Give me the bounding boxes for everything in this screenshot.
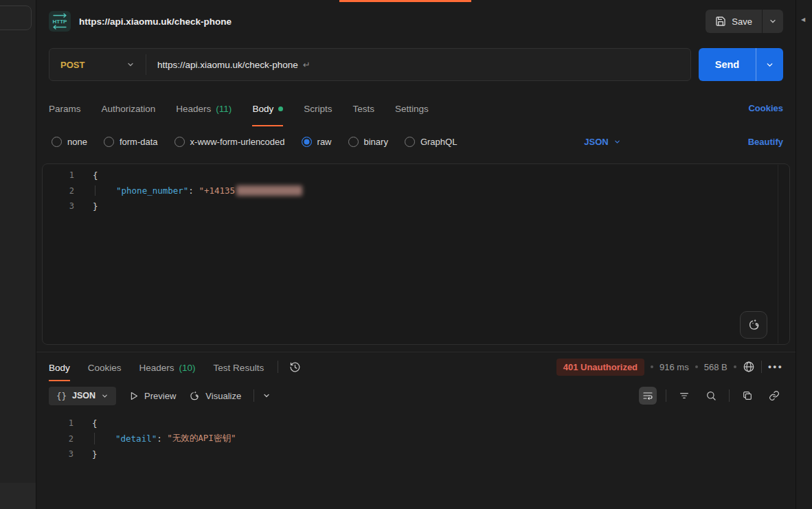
meta-dot — [734, 365, 736, 368]
left-sidebar-sliver — [0, 0, 36, 509]
send-options-button[interactable] — [756, 48, 783, 81]
redacted-phone-blur — [236, 185, 302, 196]
response-tab-cookies[interactable]: Cookies — [88, 352, 122, 381]
editor-scrollbar-gutter[interactable] — [778, 165, 778, 343]
request-tabs: Params Authorization Headers (11) Body S… — [36, 89, 796, 126]
chevron-down-icon — [765, 60, 774, 69]
response-meta: 401 Unauthorized 916 ms 568 B ●●● — [556, 352, 783, 381]
line-number: 2 — [42, 434, 74, 444]
raw-language-selector[interactable]: JSON — [584, 137, 620, 147]
word-wrap-button[interactable] — [639, 387, 657, 405]
copy-icon[interactable] — [738, 387, 756, 405]
response-tab-headers[interactable]: Headers (10) — [139, 352, 196, 381]
radio-circle — [174, 137, 185, 147]
send-split-button: Send — [699, 48, 783, 81]
tab-body[interactable]: Body — [252, 89, 283, 126]
beautify-link[interactable]: Beautify — [748, 137, 783, 147]
play-icon — [128, 391, 139, 401]
line-number: 1 — [43, 170, 74, 180]
response-history-icon[interactable] — [289, 361, 301, 373]
json-key: "phone_number" — [116, 185, 188, 196]
meta-dot — [651, 365, 653, 368]
http-method-icon: HTTP — [49, 11, 71, 32]
braces-icon: {} — [56, 391, 67, 401]
filter-icon[interactable] — [675, 387, 693, 405]
response-headers-count: (10) — [179, 363, 196, 373]
divider — [729, 389, 730, 402]
ai-visualize-fab[interactable] — [740, 311, 767, 339]
tab-params[interactable]: Params — [49, 89, 81, 126]
save-label: Save — [732, 16, 752, 27]
line-number: 3 — [43, 201, 74, 211]
preview-button[interactable]: Preview — [128, 391, 176, 401]
tab-scripts[interactable]: Scripts — [304, 89, 332, 126]
tab-settings[interactable]: Settings — [395, 89, 429, 126]
radio-none[interactable]: none — [52, 137, 87, 147]
sparkle-circle-icon — [188, 390, 200, 402]
body-modified-dot — [278, 106, 283, 111]
response-body-editor[interactable]: 1 { 2 "detail": "无效的API密钥" 3 } — [42, 410, 796, 509]
collapse-panel-icon[interactable]: ◀ — [801, 16, 805, 23]
code-line: 2 "detail": "无效的API密钥" — [42, 431, 796, 447]
right-sidebar-rail: ◀ — [796, 0, 812, 509]
save-split-button: Save — [706, 10, 783, 33]
status-badge[interactable]: 401 Unauthorized — [556, 359, 644, 376]
indent-guide — [95, 185, 116, 196]
radio-raw[interactable]: raw — [302, 137, 332, 147]
response-tab-body[interactable]: Body — [49, 352, 70, 381]
method-selector[interactable]: POST — [49, 60, 146, 70]
visualize-button[interactable]: Visualize — [188, 390, 241, 402]
divider — [278, 361, 278, 373]
headers-count: (11) — [216, 104, 232, 114]
tab-headers[interactable]: Headers (11) — [176, 89, 232, 126]
radio-circle — [52, 137, 62, 147]
response-editor-tools — [639, 387, 783, 405]
response-toolbar: {} JSON Preview Visualize — [36, 381, 796, 410]
word-wrap-icon — [642, 390, 653, 401]
line-number: 3 — [42, 449, 74, 459]
divider — [761, 361, 762, 373]
link-icon[interactable] — [765, 387, 783, 405]
enter-key-glyph: ↵ — [303, 60, 311, 70]
active-request-tab-indicator — [339, 0, 471, 2]
radio-circle — [104, 137, 114, 147]
save-button[interactable]: Save — [706, 10, 762, 33]
sidebar-collapsed-item[interactable] — [0, 5, 32, 30]
response-time[interactable]: 916 ms — [659, 362, 689, 372]
response-size[interactable]: 568 B — [704, 362, 728, 372]
meta-dot — [695, 365, 698, 368]
chevron-down-icon — [101, 392, 109, 400]
request-title: https://api.xiaomu.uk/check-phone — [79, 16, 232, 27]
request-body-editor[interactable]: 1 { 2 "phone_number": "+14135 3 } — [42, 163, 790, 345]
code-line: 3 } — [43, 199, 789, 214]
cookies-link[interactable]: Cookies — [748, 103, 783, 113]
json-key: "detail" — [115, 433, 157, 444]
response-tab-test-results[interactable]: Test Results — [214, 352, 264, 381]
network-globe-icon[interactable] — [743, 361, 755, 373]
tab-tests[interactable]: Tests — [352, 89, 374, 126]
tab-authorization[interactable]: Authorization — [102, 89, 156, 126]
view-options-chevron[interactable] — [262, 392, 271, 400]
line-number: 1 — [42, 418, 74, 428]
radio-graphql[interactable]: GraphQL — [405, 137, 457, 147]
save-options-button[interactable] — [763, 10, 783, 33]
chevron-down-icon — [613, 138, 621, 146]
radio-circle-selected — [302, 137, 312, 147]
response-format-selector[interactable]: {} JSON — [49, 387, 116, 405]
url-input[interactable]: https://api.xiaomu.uk/check-phone↵ — [146, 60, 311, 70]
method-url-box: POST https://api.xiaomu.uk/check-phone↵ — [49, 48, 691, 81]
search-icon[interactable] — [702, 387, 720, 405]
http-badge-label: HTTP — [53, 19, 68, 25]
more-options-icon[interactable]: ●●● — [768, 363, 783, 370]
chevron-down-icon — [769, 17, 777, 25]
app-window: HTTP https://api.xiaomu.uk/check-phone S… — [0, 0, 812, 509]
radio-x-www-form-urlencoded[interactable]: x-www-form-urlencoded — [174, 137, 285, 147]
radio-form-data[interactable]: form-data — [104, 137, 158, 147]
line-number: 2 — [43, 186, 74, 196]
response-tabs-row: Body Cookies Headers (10) Test Results — [36, 352, 796, 381]
json-value: "无效的API密钥" — [167, 433, 236, 444]
chevron-down-icon — [262, 392, 271, 400]
request-title-bar: HTTP https://api.xiaomu.uk/check-phone S… — [36, 0, 796, 43]
radio-binary[interactable]: binary — [348, 137, 388, 147]
send-button[interactable]: Send — [699, 48, 756, 81]
